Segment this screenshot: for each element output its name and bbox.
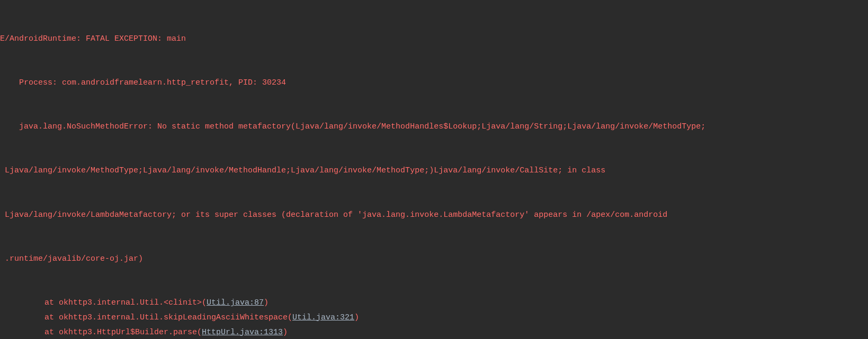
stack-text: at okhttp3.internal.Util.skipLeadingAsci…: [44, 313, 292, 322]
log-tag-line: E/AndroidRuntime: FATAL EXCEPTION: main: [0, 32, 868, 47]
source-link[interactable]: HttpUrl.java:1313: [202, 328, 283, 337]
exception-msg-line-1: java.lang.NoSuchMethodError: No static m…: [0, 120, 868, 134]
stack-text: ): [283, 328, 288, 337]
exception-msg-line-4: .runtime/javalib/core-oj.jar): [0, 252, 868, 267]
process-line: Process: com.androidframelearn.http_retr…: [0, 76, 868, 90]
stack-text: ): [264, 298, 269, 307]
logcat-output: E/AndroidRuntime: FATAL EXCEPTION: main …: [0, 0, 868, 339]
stack-frame: at okhttp3.HttpUrl$Builder.parse(HttpUrl…: [0, 325, 868, 340]
exception-msg-line-2: Ljava/lang/invoke/MethodType;Ljava/lang/…: [0, 163, 868, 178]
stack-text: ): [354, 313, 359, 322]
source-link[interactable]: Util.java:87: [207, 298, 264, 307]
stack-text: at okhttp3.internal.Util.<clinit>(: [44, 298, 207, 307]
exception-msg-line-3: Ljava/lang/invoke/LambdaMetafactory; or …: [0, 208, 868, 223]
source-link[interactable]: Util.java:321: [292, 313, 354, 322]
stack-trace: at okhttp3.internal.Util.<clinit>(Util.j…: [0, 296, 868, 339]
stack-text: at okhttp3.HttpUrl$Builder.parse(: [44, 328, 202, 337]
stack-frame: at okhttp3.internal.Util.<clinit>(Util.j…: [0, 296, 868, 310]
stack-frame: at okhttp3.internal.Util.skipLeadingAsci…: [0, 310, 868, 325]
